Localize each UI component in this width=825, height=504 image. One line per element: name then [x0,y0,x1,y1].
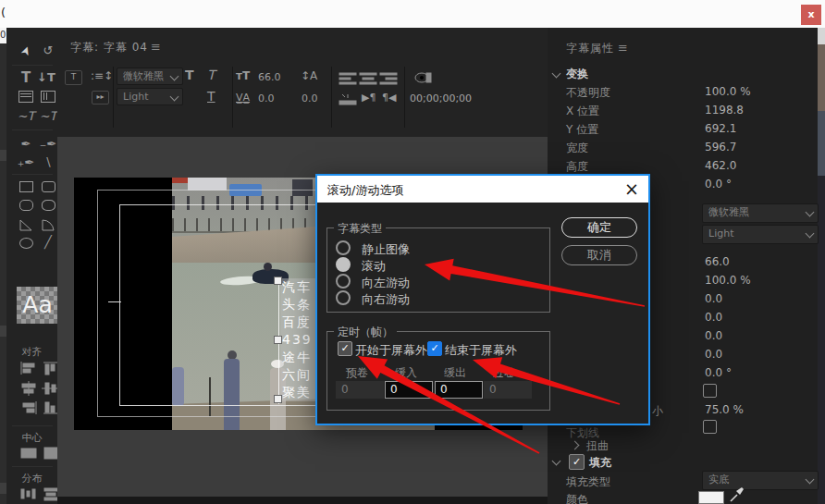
tracking-value[interactable]: 0.0 [705,329,722,342]
height-value[interactable]: 462.0 [705,159,736,172]
fill-checkbox[interactable]: ✓ [569,454,585,470]
leading-value[interactable]: 0.0 [302,92,318,104]
align-text-center-icon[interactable] [359,71,377,86]
property-font-family-dropdown[interactable]: 微软雅黑 [702,203,819,223]
fill-section-label[interactable]: 填充 [589,455,611,471]
cancel-button[interactable]: 取消 [561,245,637,265]
new-title-based-on-current-icon[interactable]: T [65,70,82,85]
paragraph-indent-icon[interactable]: ▶¶ [362,91,376,104]
dialog-titlebar[interactable]: 滚动/游动选项 × [317,176,648,203]
vertical-type-tool[interactable]: ↓T [36,68,56,87]
underline-checkbox[interactable] [703,420,717,434]
bold-button[interactable]: T [185,68,194,82]
arc-tool[interactable] [41,217,59,232]
radio-icon[interactable] [336,290,351,305]
align-left-icon[interactable] [19,361,38,375]
path-type-tool[interactable]: ~T [16,107,36,126]
ease-out-field[interactable]: 0 [435,381,483,399]
font-size-value[interactable]: 66.0 [705,255,730,268]
templates-icon[interactable]: ▸▸ [92,91,109,104]
slant-value[interactable]: 0.0 ° [705,366,732,379]
rotation-value[interactable]: 0.0 ° [705,178,732,191]
small-caps-size-value[interactable]: 75.0 % [705,403,744,416]
roll-crawl-options-icon[interactable]: :≡↕ [91,69,107,83]
eyedropper-icon[interactable] [729,486,745,503]
align-horizontal-center-icon[interactable] [19,381,38,396]
line-tool[interactable]: ╱ [38,233,58,252]
transform-section-label[interactable]: 变换 [566,67,588,82]
vertical-path-type-tool[interactable]: ~T [38,107,58,126]
center-horizontal-icon[interactable] [19,446,38,461]
selection-handle[interactable] [274,395,282,403]
tab-stops-icon[interactable] [339,92,357,107]
end-off-screen-checkbox[interactable]: ✓ [427,341,442,356]
vertical-area-type-tool[interactable] [41,91,55,103]
dialog-close-icon[interactable]: × [624,178,639,200]
opacity-value[interactable]: 100.0 % [705,85,751,98]
baseline-shift-value[interactable]: 0.0 [705,348,722,361]
wedge-tool[interactable] [18,217,37,232]
font-family-dropdown[interactable]: 微软雅黑 [117,68,183,85]
panel-tab-title[interactable]: 字幕: 字幕 04 [70,40,148,55]
title-text-line[interactable]: 439 [280,331,318,349]
ok-button[interactable]: 确定 [561,217,637,238]
properties-menu-icon[interactable]: ≡ [618,41,628,55]
leading-value[interactable]: 0.0 [705,292,722,305]
preroll-field[interactable]: 0 [336,381,384,399]
width-value[interactable]: 596.7 [705,141,736,154]
title-text-line[interactable]: 途牛 [280,349,318,366]
rectangle-tool[interactable] [19,181,33,192]
type-tool[interactable]: T [16,68,36,87]
font-style-dropdown[interactable]: Light [117,88,183,105]
clipped-corner-rectangle-tool[interactable] [19,200,33,211]
ease-in-field[interactable]: 0 [385,381,433,399]
round-rectangle-tool[interactable] [42,200,55,211]
y-position-value[interactable]: 692.1 [705,122,736,135]
paragraph-outdent-icon[interactable]: ¶◀ [382,91,396,104]
title-text-line[interactable]: 百度 [280,313,318,331]
chevron-down-icon[interactable] [552,457,561,466]
fill-type-dropdown[interactable]: 实底 [702,471,819,490]
x-position-value[interactable]: 1198.8 [705,104,744,117]
radio-option-still[interactable]: 静止图像 [336,240,410,254]
area-type-tool[interactable] [18,91,33,103]
title-text-line[interactable]: 六间 [280,366,318,384]
title-text-line[interactable]: 汽车 [280,278,318,296]
radio-icon[interactable] [336,257,351,272]
title-text-line[interactable]: 头条 [280,296,318,313]
chevron-right-icon[interactable] [571,441,580,450]
show-background-video-icon[interactable] [413,70,432,85]
title-text-line[interactable]: 聚美 [280,384,318,401]
pen-tool[interactable]: ✒ [16,135,36,154]
kerning-value[interactable]: 0.0 [258,92,275,104]
underline-button[interactable]: T [207,90,215,104]
background-video-timecode[interactable]: 00;00;00;00 [410,92,472,104]
convert-anchor-point-tool[interactable]: ∖ [38,154,58,172]
panel-menu-icon[interactable]: ≡ [151,40,161,54]
selection-handle[interactable] [274,277,282,285]
title-text-object[interactable]: 汽车 头条 百度 439 途牛 六间 聚美 [278,278,316,404]
small-caps-checkbox[interactable] [703,384,717,398]
italic-button[interactable]: T [207,68,215,82]
distort-section-label[interactable]: 扭曲 [586,438,609,454]
radio-option-crawl-right[interactable]: 向右游动 [336,289,410,304]
property-font-style-dropdown[interactable]: Light [702,225,819,244]
chevron-down-icon[interactable] [552,69,561,79]
radio-icon[interactable] [336,274,351,289]
selection-tool[interactable]: ➤ [14,38,38,64]
ellipse-tool[interactable] [19,238,33,249]
selection-handle[interactable] [274,336,282,344]
postroll-field[interactable]: 0 [484,381,532,399]
add-anchor-point-tool[interactable]: +✒ [16,154,36,172]
align-text-right-icon[interactable] [379,71,398,86]
radio-option-crawl-left[interactable]: 向左游动 [336,273,410,288]
align-right-icon[interactable] [19,400,38,415]
font-size-value[interactable]: 66.0 [258,71,281,83]
distribute-horizontal-icon[interactable] [19,486,38,501]
align-text-left-icon[interactable] [339,71,357,86]
title-style-swatch[interactable]: Aa [17,287,58,324]
aspect-value[interactable]: 100.0 % [705,274,751,287]
delete-anchor-point-tool[interactable]: −✒ [38,135,58,154]
rounded-rectangle-tool[interactable] [42,181,55,192]
close-window-button[interactable]: x [801,5,821,25]
